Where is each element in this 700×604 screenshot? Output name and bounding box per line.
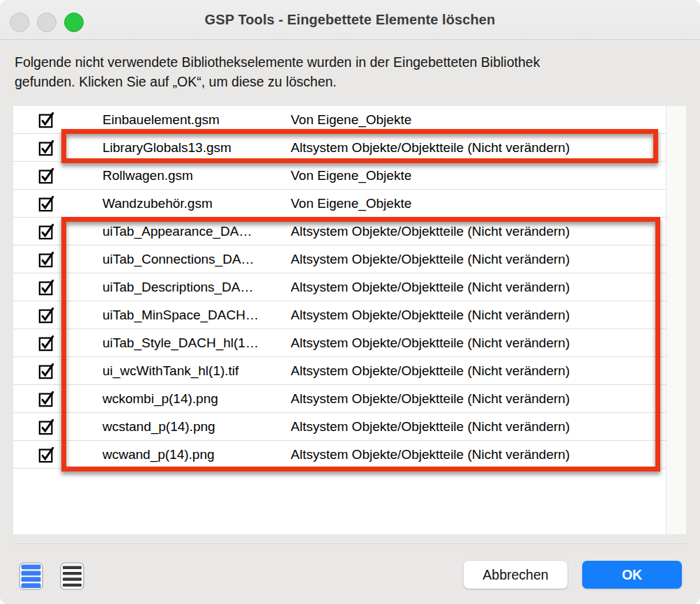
checkbox-checked-icon[interactable] xyxy=(38,445,55,465)
checkbox-checked-icon[interactable] xyxy=(38,166,55,186)
element-name: uiTab_Appearance_DA… xyxy=(102,224,291,239)
element-name: uiTab_Connections_DA… xyxy=(102,252,291,267)
element-name: wcwand_p(14).png xyxy=(102,447,291,462)
element-name: Rollwagen.gsm xyxy=(102,168,291,183)
element-source: Altsystem Objekte/Objektteile (Nicht ver… xyxy=(291,308,666,323)
element-source: Altsystem Objekte/Objektteile (Nicht ver… xyxy=(291,252,666,267)
table-row[interactable]: wcstand_p(14).png Altsystem Objekte/Obje… xyxy=(13,413,666,441)
checkbox-checked-icon[interactable] xyxy=(38,389,55,409)
table-row[interactable]: LibraryGlobals13.gsm Altsystem Objekte/O… xyxy=(13,134,666,162)
element-source: Altsystem Objekte/Objektteile (Nicht ver… xyxy=(291,391,666,407)
checkbox-checked-icon[interactable] xyxy=(38,417,55,437)
table-row[interactable]: uiTab_Appearance_DA… Altsystem Objekte/O… xyxy=(13,218,666,246)
instruction-text: Folgende nicht verwendete Bibliotheksele… xyxy=(15,52,540,91)
element-source: Von Eigene_Objekte xyxy=(291,196,666,211)
select-all-button[interactable] xyxy=(19,562,43,590)
select-all-rows-icon xyxy=(19,562,43,590)
instruction-line-2: gefunden. Klicken Sie auf „OK“, um diese… xyxy=(15,72,540,91)
cancel-button[interactable]: Abbrechen xyxy=(464,561,568,589)
table-row[interactable]: uiTab_Descriptions_DA… Altsystem Objekte… xyxy=(13,273,666,301)
instruction-line-1: Folgende nicht verwendete Bibliotheksele… xyxy=(15,52,540,72)
element-name: uiTab_Descriptions_DA… xyxy=(102,280,291,295)
element-name: uiTab_MinSpace_DACH… xyxy=(102,308,291,323)
element-rows: Einbauelement.gsm Von Eigene_Objekte Lib… xyxy=(13,106,666,469)
element-source: Altsystem Objekte/Objektteile (Nicht ver… xyxy=(291,224,666,239)
checkbox-checked-icon[interactable] xyxy=(38,305,55,325)
checkbox-checked-icon[interactable] xyxy=(38,361,55,381)
element-name: wckombi_p(14).png xyxy=(102,391,291,407)
element-source: Von Eigene_Objekte xyxy=(291,168,666,183)
table-row[interactable]: uiTab_Connections_DA… Altsystem Objekte/… xyxy=(13,246,666,273)
element-name: Wandzubehör.gsm xyxy=(102,196,291,211)
checkbox-checked-icon[interactable] xyxy=(38,110,55,130)
checkbox-checked-icon[interactable] xyxy=(38,194,55,213)
scrollbar-track[interactable] xyxy=(666,106,686,534)
element-name: LibraryGlobals13.gsm xyxy=(102,140,291,156)
element-name: Einbauelement.gsm xyxy=(102,112,291,128)
element-source: Altsystem Objekte/Objektteile (Nicht ver… xyxy=(291,363,666,379)
element-name: ui_wcWithTank_hl(1).tif xyxy=(102,363,291,379)
element-source: Altsystem Objekte/Objektteile (Nicht ver… xyxy=(291,140,666,156)
element-source: Altsystem Objekte/Objektteile (Nicht ver… xyxy=(291,419,666,435)
title-bar[interactable]: GSP Tools - Eingebettete Elemente lösche… xyxy=(0,0,700,40)
checkbox-checked-icon[interactable] xyxy=(38,250,55,269)
element-list: Einbauelement.gsm Von Eigene_Objekte Lib… xyxy=(13,106,686,534)
checkbox-checked-icon[interactable] xyxy=(38,222,55,241)
dialog-window: GSP Tools - Eingebettete Elemente lösche… xyxy=(0,0,700,604)
table-row[interactable]: uiTab_Style_DACH_hl(1… Altsystem Objekte… xyxy=(13,329,666,357)
checkbox-checked-icon[interactable] xyxy=(38,138,55,158)
deselect-all-rows-icon xyxy=(60,562,84,590)
ok-button[interactable]: OK xyxy=(582,561,682,589)
element-name: wcstand_p(14).png xyxy=(102,419,291,435)
element-name: uiTab_Style_DACH_hl(1… xyxy=(102,335,291,351)
checkbox-checked-icon[interactable] xyxy=(38,333,55,353)
table-row[interactable]: Rollwagen.gsm Von Eigene_Objekte xyxy=(13,162,666,190)
element-source: Altsystem Objekte/Objektteile (Nicht ver… xyxy=(291,335,666,351)
table-row[interactable]: wcwand_p(14).png Altsystem Objekte/Objek… xyxy=(13,441,666,469)
element-source: Altsystem Objekte/Objektteile (Nicht ver… xyxy=(291,447,666,462)
table-row[interactable]: uiTab_MinSpace_DACH… Altsystem Objekte/O… xyxy=(13,301,666,329)
table-row[interactable]: wckombi_p(14).png Altsystem Objekte/Obje… xyxy=(13,385,666,413)
table-row[interactable]: Einbauelement.gsm Von Eigene_Objekte xyxy=(13,106,666,134)
footer-divider xyxy=(14,543,686,544)
window-title: GSP Tools - Eingebettete Elemente lösche… xyxy=(0,0,700,39)
checkbox-checked-icon[interactable] xyxy=(38,278,55,297)
element-source: Altsystem Objekte/Objektteile (Nicht ver… xyxy=(291,280,666,295)
element-source: Von Eigene_Objekte xyxy=(291,112,666,128)
table-row[interactable]: Wandzubehör.gsm Von Eigene_Objekte xyxy=(13,190,666,218)
deselect-all-button[interactable] xyxy=(60,562,84,590)
table-row[interactable]: ui_wcWithTank_hl(1).tif Altsystem Objekt… xyxy=(13,357,666,385)
